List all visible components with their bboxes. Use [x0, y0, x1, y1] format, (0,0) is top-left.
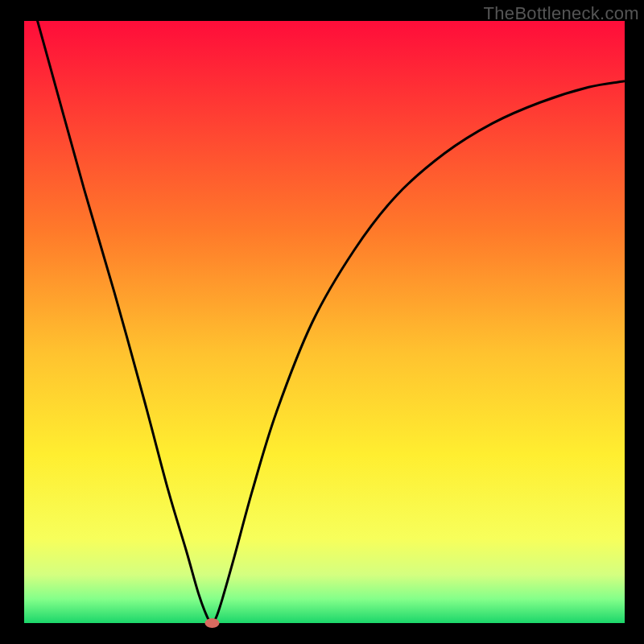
plot-background [24, 21, 625, 623]
chart-container: TheBottleneck.com [0, 0, 644, 644]
chart-svg [0, 0, 644, 644]
optimum-marker [204, 618, 219, 628]
